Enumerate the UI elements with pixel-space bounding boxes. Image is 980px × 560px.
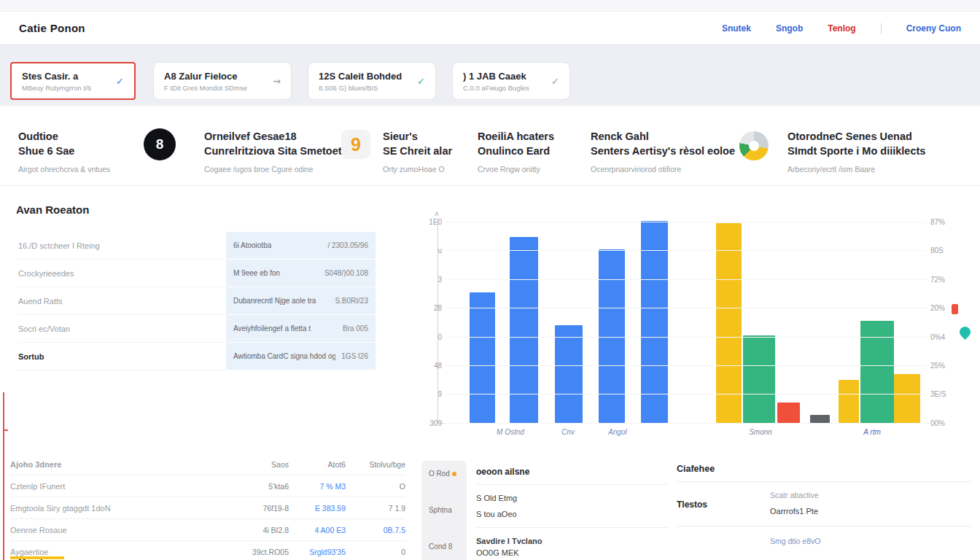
- table-cell-link[interactable]: E 383.59: [289, 504, 346, 513]
- card-subtitle: F tDit Gres Mondot SDmse: [164, 84, 247, 92]
- activity-entry-line: OO0G MEK: [476, 548, 667, 557]
- top-strip: [0, 0, 980, 12]
- report-row-detail: 6i Atooiotba / 2303.05/96: [226, 232, 376, 260]
- table-row: Oenroe Rosaue 4i BI2.8 4 A00 E3 0B.7.5: [10, 519, 405, 541]
- feature-block-6: OtorodneC Senes UenadSImdt Sporte i Mo d…: [788, 129, 925, 174]
- y-axis-label-left: u: [421, 246, 442, 254]
- top-nav: Snutek Sngob Tenlog Croeny Cuon: [722, 23, 961, 34]
- feature-title: Orneilvef Gesae18Cunrelritziova Sita Sme…: [204, 129, 351, 158]
- features-row: OudtioeShue 6 Sae Airgot ohrechcrva & vn…: [0, 106, 980, 186]
- report-title: Avan Roeaton: [16, 203, 89, 216]
- checklist-card: Ciafehee Tlestos Scatr abactive Oarrrofs…: [677, 464, 971, 545]
- y-axis-label-left: 0: [421, 333, 442, 341]
- feature-title: OudtioeShue 6 Sae: [18, 129, 110, 158]
- checklist-line: Scatr abactive: [770, 491, 819, 499]
- gridline: [445, 222, 928, 222]
- y-axis-label-right: 3E/S: [930, 390, 946, 398]
- table-cell-label: Emgtoola Siry gtaggdt 1doN: [10, 504, 232, 513]
- sidebar-item-cond[interactable]: Cond 8: [429, 542, 452, 551]
- sidebar-item-rod[interactable]: O Rod: [429, 470, 456, 478]
- chart-bar: [810, 415, 830, 423]
- yellow-highlight-bar: [10, 556, 64, 559]
- check-icon: ✓: [551, 76, 559, 87]
- table-cell-label: Aygaertioe: [10, 548, 232, 556]
- gridline: [445, 337, 928, 338]
- feature-block-2: Orneilvef Gesae18Cunrelritziova Sita Sme…: [204, 129, 351, 174]
- report-row-value: 1GS I26: [341, 352, 368, 360]
- feature-subtitle: Cogaee /ugos broe Cgure odine: [204, 165, 351, 174]
- feature-subtitle: Ocenrpnaorviriorod otifiore: [591, 165, 735, 174]
- card-subtitle: C.0.0 aFwugo Bugles: [463, 84, 529, 92]
- y-axis-label-right: 00%: [930, 419, 945, 427]
- y-axis-label-left: 28: [421, 304, 442, 312]
- report-row-label: 16./D sctcheer I Rteing: [18, 232, 226, 260]
- gridline: [445, 365, 928, 366]
- y-axis-label-right: 80S: [930, 246, 944, 254]
- nav-link-3[interactable]: Tenlog: [828, 23, 855, 34]
- y-axis-label-left: 1E0: [421, 218, 442, 226]
- stat-card-2[interactable]: A8 Zalur Fieloce F tDit Gres Mondot SDms…: [153, 62, 292, 100]
- report-row-label: Crockyrieeedes: [18, 260, 226, 287]
- table-cell-link[interactable]: Srgld93'35: [289, 548, 346, 556]
- y-axis-label-right: 20%: [930, 304, 945, 312]
- red-accent-tick: [3, 429, 8, 431]
- chart-bar: [470, 292, 495, 423]
- nav-link-2[interactable]: Sngob: [776, 23, 803, 34]
- stat-card-3[interactable]: 12S Caleit Bohded 8.S06 G) blues/BIS ✓: [308, 62, 436, 100]
- table-row: Emgtoola Siry gtaggdt 1doN 76f19-8 E 383…: [10, 497, 405, 519]
- activity-sidebar: O Rod Sphtna Cond 8: [421, 461, 467, 560]
- activity-card: O Rod Sphtna Cond 8 oeoon ailsne S Old E…: [421, 461, 672, 560]
- x-axis-label: M Ostnd: [497, 428, 524, 436]
- y-axis-label-right: 72%: [930, 276, 945, 284]
- feature-subtitle: Orty zumoHoae O: [383, 165, 452, 174]
- y-axis-label-left: 309: [421, 419, 442, 427]
- activity-entry-line: Savdire I Tvclano: [476, 537, 667, 545]
- gridline: [445, 394, 928, 394]
- gridline: [445, 279, 928, 280]
- chart-bar: [599, 249, 625, 423]
- report-row-detail: M 9eee eb fon S048/)00.108: [226, 260, 376, 287]
- nav-link-4[interactable]: Croeny Cuon: [906, 23, 961, 34]
- report-row: Sortub Awtiomba CardC signa hdod og 1GS …: [18, 343, 376, 370]
- table-header-cell: Ajoho 3dnere: [10, 460, 232, 469]
- table-cell-link[interactable]: 4 A00 E3: [289, 526, 346, 534]
- y-axis-label-left: 9: [421, 390, 442, 398]
- report-row-name: M 9eee eb fon: [233, 269, 280, 277]
- gridline: [445, 423, 928, 424]
- stat-card-4[interactable]: ) 1 JAB Caaek C.0.0 aFwugo Bugles ✓: [452, 62, 570, 100]
- report-row-label: Auend Ratts: [18, 287, 226, 315]
- table-header-row: Ajoho 3dnere Saos Atot6 Stolvu/bge: [10, 454, 405, 475]
- table-cell-link[interactable]: 0B.7.5: [346, 526, 405, 534]
- activity-entry-line: S Old Etmg: [476, 494, 667, 502]
- table-cell: 0: [346, 548, 405, 556]
- card-subtitle: 8.S06 G) blues/BIS: [319, 84, 402, 92]
- feature-subtitle: Crvoe Rngw onitty: [478, 165, 554, 174]
- table-header-cell: Atot6: [289, 460, 346, 469]
- feature-block-1: OudtioeShue 6 Sae Airgot ohrechcrva & vn…: [18, 129, 110, 174]
- report-row: Socri ec/Votan Aveiyhfoilengef a fletta …: [18, 315, 376, 343]
- chart-bar: [510, 237, 538, 423]
- table-cell: 5'kta6: [232, 482, 289, 491]
- sidebar-item-sphtna[interactable]: Sphtna: [429, 506, 452, 514]
- feature-title: RoeiliA hcatersOnulinco Eard: [478, 129, 554, 158]
- bar-chart: 1E0u328048930987%80S72%20%0%425%3E/S00%M…: [416, 186, 980, 452]
- chart-bar: [839, 380, 859, 423]
- stat-card-selected[interactable]: Stes Casir. a MBeuy Rutymgrron t/6 ✓: [10, 62, 136, 100]
- table-row: Cztenlp IFunert 5'kta6 7 % M3 O: [10, 475, 405, 497]
- x-axis-label: Cnv: [561, 428, 575, 436]
- table-cell: 4i BI2.8: [232, 526, 289, 534]
- report-panel: Avan Roeaton 16./D sctcheer I Rteing 6i …: [0, 186, 417, 452]
- checklist-link[interactable]: Smg dtio e8vO: [770, 537, 971, 545]
- nav-link-1[interactable]: Snutek: [722, 23, 751, 34]
- lock-icon: 8: [144, 128, 176, 160]
- orange-dot-icon: [452, 472, 456, 476]
- gridline: [445, 308, 928, 308]
- chart-bar: [641, 221, 668, 423]
- x-axis-label: Angol: [608, 428, 627, 436]
- table-cell-link[interactable]: 7 % M3: [289, 482, 346, 491]
- card-title: A8 Zalur Fieloce: [164, 71, 247, 82]
- y-axis-label-left: 3: [421, 276, 442, 284]
- table-cell: O: [346, 482, 405, 491]
- report-row-label: Socri ec/Votan: [18, 315, 226, 343]
- y-axis-label-left: 48: [421, 362, 442, 370]
